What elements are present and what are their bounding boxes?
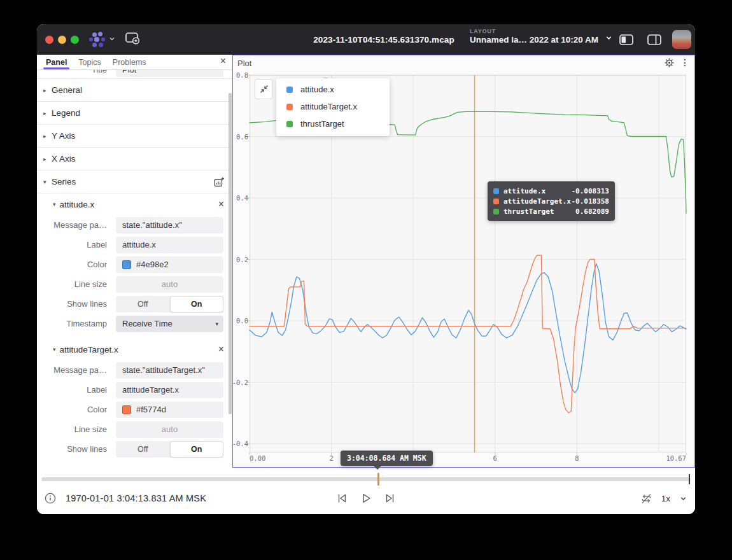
legend-item-thrust-target[interactable]: thrustTarget	[276, 115, 390, 132]
right-sidebar-toggle[interactable]	[645, 32, 663, 46]
logo-chevron-down-icon[interactable]	[108, 34, 116, 45]
series-color-swatch	[493, 188, 499, 194]
message-path-input[interactable]: state."attitudeTarget.x"	[116, 362, 223, 379]
show-lines-off-button[interactable]: Off	[116, 441, 170, 458]
caret-right-icon: ▸	[43, 110, 50, 116]
add-panel-icon[interactable]	[125, 31, 140, 48]
message-path-input[interactable]: state."attitude.x"	[116, 217, 223, 234]
line-size-input[interactable]: auto	[116, 421, 223, 438]
field-row-label: Label attitudeTarget.x	[37, 380, 232, 400]
add-series-icon[interactable]	[214, 177, 225, 187]
avatar[interactable]	[672, 30, 691, 49]
field-row-message-path: Message pa… state."attitude.x"	[37, 215, 232, 235]
section-legend[interactable]: ▸ Legend	[37, 102, 232, 125]
caret-down-icon: ▾	[53, 346, 56, 353]
series-color-swatch	[286, 87, 293, 93]
maximize-window-button[interactable]	[71, 36, 79, 44]
tooltip-row: attitude.x -0.008313	[493, 186, 609, 196]
label-input[interactable]: attitudeTarget.x	[116, 382, 223, 398]
y-tick-label: 0.0	[236, 317, 248, 325]
color-swatch[interactable]	[122, 405, 131, 414]
y-tick-label: 0.6	[236, 133, 248, 141]
close-window-button[interactable]	[45, 36, 53, 44]
show-lines-toggle: Off On	[116, 441, 223, 458]
caret-right-icon: ▸	[43, 133, 50, 139]
close-icon[interactable]: ×	[220, 56, 226, 66]
sidebar-tabbar: Panel Topics Problems ×	[37, 55, 232, 70]
minimize-window-button[interactable]	[58, 36, 66, 44]
caret-down-icon: ▾	[43, 179, 50, 185]
settings-sidebar: Panel Topics Problems × Title Plot ▸ Gen…	[37, 55, 232, 468]
series-header-attitude-x[interactable]: ▾ attitude.x ×	[37, 193, 232, 215]
tooltip-arrow	[374, 466, 381, 470]
tooltip-row: attitudeTarget.x -0.018358	[493, 196, 609, 206]
color-swatch[interactable]	[122, 260, 131, 269]
label-input[interactable]: attitude.x	[116, 237, 223, 253]
field-row-timestamp: Timestamp Receive Time ▾	[37, 314, 232, 333]
speed-chevron-down-icon[interactable]	[679, 494, 687, 503]
playback-speed[interactable]: 1x	[661, 494, 670, 503]
caret-down-icon: ▾	[53, 201, 56, 207]
field-row-line-size: Line size auto	[37, 419, 232, 439]
remove-series-icon[interactable]: ×	[218, 199, 224, 209]
legend-collapse-button[interactable]	[255, 79, 273, 99]
show-lines-on-button[interactable]: On	[170, 296, 224, 312]
field-row-color: Color #4e98e2	[37, 255, 232, 274]
tooltip-value: 0.682089	[575, 207, 609, 216]
section-y-axis[interactable]: ▸ Y Axis	[37, 125, 232, 148]
app-window: 2023-11-10T04:51:45.631370.mcap LAYOUT U…	[37, 24, 695, 514]
info-icon[interactable]	[45, 493, 56, 504]
y-axis-labels: 0.80.60.40.20.0-0.2-0.4	[233, 55, 248, 467]
legend-item-attitude-target-x[interactable]: attitudeTarget.x	[276, 98, 390, 115]
section-series[interactable]: ▾ Series	[37, 171, 232, 193]
timestamp-select[interactable]: Receive Time ▾	[116, 316, 223, 332]
layout-name: Unnamed la… 2022 at 10:20 AM	[470, 35, 598, 45]
y-tick-label: 0.8	[236, 71, 248, 79]
series-color-swatch	[286, 121, 293, 127]
seek-backward-button[interactable]	[336, 493, 348, 504]
settings-gear-icon[interactable]	[665, 58, 674, 67]
kebab-menu-icon[interactable]: ⋮	[680, 57, 689, 67]
loop-off-icon[interactable]	[640, 493, 652, 505]
layout-switcher[interactable]: LAYOUT Unnamed la… 2022 at 10:20 AM	[470, 28, 613, 45]
plot-legend: attitude.x attitudeTarget.x thrustTarget	[276, 78, 390, 136]
left-sidebar-toggle[interactable]	[617, 32, 635, 46]
plot-panel: Plot	[232, 55, 695, 468]
play-button[interactable]	[360, 493, 372, 504]
section-general[interactable]: ▸ General	[37, 79, 232, 102]
show-lines-on-button[interactable]: On	[170, 441, 224, 458]
line-size-input[interactable]: auto	[116, 276, 223, 293]
tab-problems[interactable]: Problems	[110, 55, 149, 69]
section-x-axis[interactable]: ▸ X Axis	[37, 148, 232, 171]
caret-right-icon: ▸	[43, 156, 50, 162]
x-tick-label: 0.00	[250, 454, 265, 462]
layout-chevron-down-icon	[605, 33, 613, 45]
titlebar: 2023-11-10T04:51:45.631370.mcap LAYOUT U…	[37, 24, 695, 55]
color-input[interactable]: #f5774d	[116, 402, 223, 418]
panel-title-input[interactable]: Plot	[116, 70, 223, 77]
y-tick-label: -0.2	[232, 379, 248, 386]
playback-playhead[interactable]	[377, 473, 379, 486]
tab-panel[interactable]: Panel	[43, 55, 69, 69]
tooltip-value: -0.018358	[571, 197, 609, 206]
color-input[interactable]: #4e98e2	[116, 256, 223, 273]
field-row-show-lines: Show lines Off On	[37, 294, 232, 314]
series-header-attitude-target-x[interactable]: ▾ attitudeTarget.x ×	[37, 339, 232, 360]
sidebar-scrollbar[interactable]	[229, 93, 232, 414]
tab-topics[interactable]: Topics	[76, 55, 103, 69]
y-tick-label: 0.4	[236, 194, 248, 202]
panel-title: Plot	[237, 59, 251, 68]
series-line-attitude.x	[250, 263, 686, 393]
current-timestamp: 1970-01-01 3:04:13.831 AM MSK	[66, 493, 206, 503]
x-tick-label: 10.67	[666, 454, 686, 462]
legend-item-attitude-x[interactable]: attitude.x	[276, 81, 390, 98]
seek-forward-button[interactable]	[384, 493, 396, 504]
remove-series-icon[interactable]: ×	[218, 344, 224, 354]
show-lines-toggle: Off On	[116, 296, 223, 312]
chevron-down-icon: ▾	[215, 321, 218, 327]
show-lines-off-button[interactable]: Off	[116, 296, 170, 312]
playback-scrubber[interactable]	[41, 477, 691, 481]
playback-controls: 1970-01-01 3:04:13.831 AM MSK	[37, 487, 695, 510]
y-tick-label: -0.4	[232, 440, 248, 447]
field-row-show-lines: Show lines Off On	[37, 439, 232, 459]
